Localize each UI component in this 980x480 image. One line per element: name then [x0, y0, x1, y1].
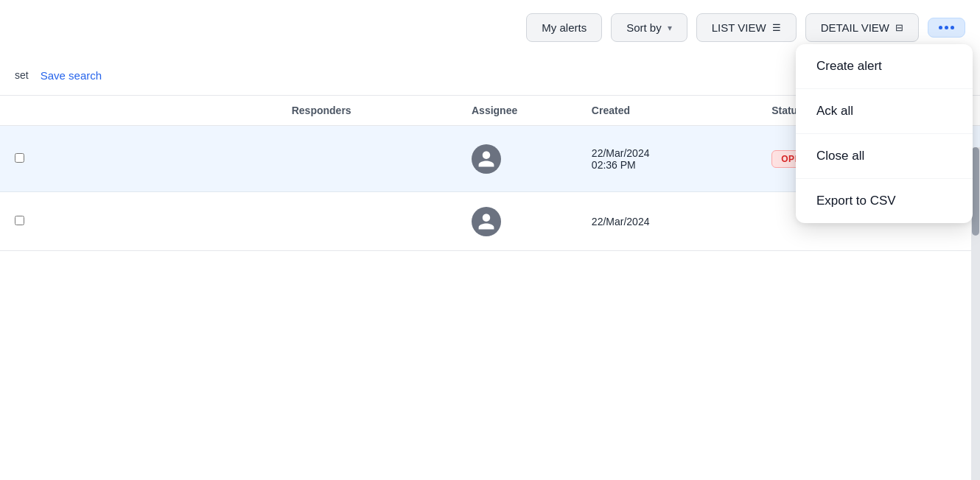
col-created-header: Created — [592, 105, 771, 116]
scrollbar-thumb[interactable] — [972, 147, 979, 236]
sort-by-label: Sort by — [626, 21, 662, 34]
save-search-link[interactable]: Save search — [41, 69, 102, 82]
row1-check[interactable] — [15, 153, 52, 165]
row1-created-time: 02:36 PM — [592, 159, 771, 171]
more-options-button[interactable] — [928, 18, 965, 38]
sort-by-button[interactable]: Sort by ▾ — [611, 13, 687, 42]
row2-check[interactable] — [15, 216, 52, 227]
list-view-label: LIST VIEW — [712, 21, 766, 34]
detail-view-icon: ⊟ — [895, 22, 903, 33]
col-responders-header: Responders — [292, 105, 472, 116]
my-alerts-button[interactable]: My alerts — [526, 13, 602, 42]
dropdown-export-csv[interactable]: Export to CSV — [796, 179, 973, 223]
detail-view-label: DETAIL VIEW — [821, 21, 889, 34]
dot-icon-3 — [951, 26, 954, 29]
dropdown-create-alert[interactable]: Create alert — [796, 44, 973, 89]
row2-assignee — [472, 207, 592, 236]
chevron-down-icon: ▾ — [668, 23, 672, 33]
dropdown-ack-all[interactable]: Ack all — [796, 89, 973, 134]
row1-checkbox[interactable] — [15, 153, 24, 163]
row1-created: 22/Mar/2024 02:36 PM — [592, 147, 771, 171]
dropdown-close-all[interactable]: Close all — [796, 134, 973, 179]
avatar-icon — [477, 212, 496, 231]
detail-view-button[interactable]: DETAIL VIEW ⊟ — [805, 13, 919, 42]
dot-icon-2 — [945, 26, 948, 29]
col-assignee-header: Assignee — [472, 105, 592, 116]
row1-avatar — [472, 144, 501, 174]
dot-icon-1 — [939, 26, 942, 29]
row1-created-date: 22/Mar/2024 — [592, 147, 771, 159]
row2-created: 22/Mar/2024 — [592, 216, 771, 227]
list-view-icon: ☰ — [772, 22, 781, 33]
row2-created-date: 22/Mar/2024 — [592, 216, 771, 227]
row2-avatar — [472, 207, 501, 236]
dropdown-menu: Create alert Ack all Close all Export to… — [796, 44, 973, 223]
list-view-button[interactable]: LIST VIEW ☰ — [696, 13, 797, 42]
row1-assignee — [472, 144, 592, 174]
avatar-icon — [477, 149, 496, 169]
row2-checkbox[interactable] — [15, 216, 24, 225]
reset-label: set — [15, 69, 29, 81]
